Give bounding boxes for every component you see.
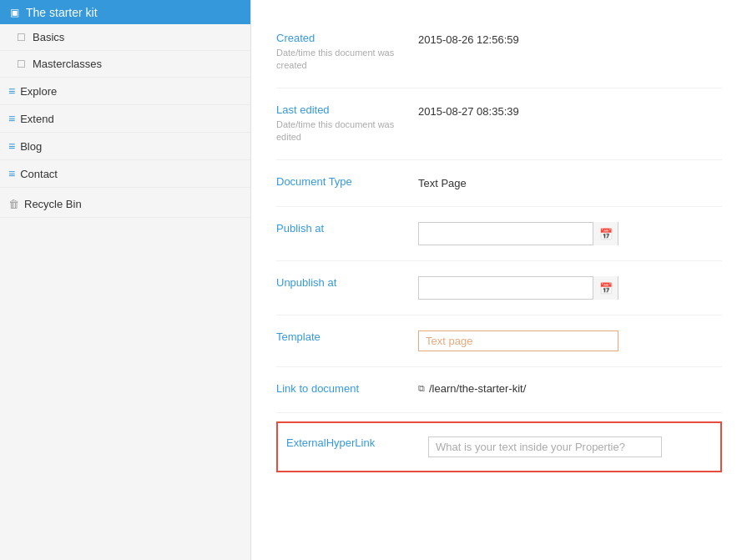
field-value-document-type: Text Page (418, 175, 722, 192)
unpublish-date-input-wrapper[interactable]: 📅 (418, 276, 618, 300)
field-label-external-hyperlink: ExternalHyperLink (286, 436, 428, 449)
sidebar-item-label-masterclasses: Masterclasses (33, 58, 102, 70)
field-value-col-ext (428, 436, 712, 457)
field-row-external-hyperlink: ExternalHyperLink (276, 421, 722, 472)
field-value-last-edited: 2015-08-27 08:35:39 (418, 103, 722, 120)
publish-calendar-button[interactable]: 📅 (593, 222, 618, 245)
section-icon-extend: ≡ (8, 112, 15, 125)
field-row-publish-at: Publish at 📅 (276, 207, 722, 261)
sidebar-item-blog[interactable]: ≡ Blog (0, 133, 250, 160)
sidebar-item-masterclasses[interactable]: ☐ Masterclasses (0, 51, 250, 78)
field-label-col-template: Template (276, 330, 418, 346)
field-label-col-created: Created Date/time this document was crea… (276, 32, 418, 73)
doc-icon-masterclasses: ☐ (17, 58, 26, 70)
publish-date-input-wrapper[interactable]: 📅 (418, 222, 618, 245)
field-desc-last-edited: Date/time this document was edited (276, 119, 418, 144)
sidebar-item-contact[interactable]: ≡ Contact (0, 160, 250, 188)
unpublish-calendar-button[interactable]: 📅 (593, 276, 618, 300)
field-row-unpublish-at: Unpublish at 📅 (276, 261, 722, 315)
field-label-last-edited: Last edited (276, 103, 418, 116)
sidebar-section-label-explore: Explore (20, 85, 57, 98)
recycle-bin-label: Recycle Bin (24, 198, 82, 210)
section-icon-blog: ≡ (8, 139, 15, 153)
link-to-document-text: /learn/the-starter-kit/ (429, 382, 526, 395)
link-to-document-value[interactable]: ⧉ /learn/the-starter-kit/ (418, 382, 722, 395)
field-label-col-link: Link to document (276, 382, 418, 397)
field-row-last-edited: Last edited Date/time this document was … (276, 88, 722, 160)
calendar-icon-unpublish: 📅 (599, 282, 613, 295)
field-value-col-unpublish: 📅 (418, 276, 722, 300)
sidebar-item-basics[interactable]: ☐ Basics (0, 24, 250, 51)
recycle-bin[interactable]: 🗑 Recycle Bin (0, 191, 250, 218)
field-label-created: Created (276, 32, 418, 44)
field-value-created: 2015-08-26 12:56:59 (418, 32, 722, 48)
field-label-link-to-document: Link to document (276, 382, 418, 395)
recycle-bin-icon: 🗑 (8, 198, 19, 210)
sidebar-item-extend[interactable]: ≡ Extend (0, 105, 250, 133)
publish-date-input[interactable] (419, 223, 593, 245)
field-row-link-to-document: Link to document ⧉ /learn/the-starter-ki… (276, 367, 722, 413)
unpublish-date-input[interactable] (419, 277, 593, 299)
field-label-col-doc-type: Document Type (276, 175, 418, 190)
external-hyperlink-input[interactable] (428, 436, 662, 457)
field-label-template: Template (276, 330, 418, 343)
field-label-col-last-edited: Last edited Date/time this document was … (276, 103, 418, 144)
field-value-col-publish: 📅 (418, 222, 722, 245)
section-icon-contact: ≡ (8, 167, 15, 180)
main-content: Created Date/time this document was crea… (251, 0, 747, 560)
field-label-document-type: Document Type (276, 175, 418, 188)
field-value-col-template (418, 330, 722, 351)
calendar-icon-publish: 📅 (599, 228, 613, 240)
sidebar-header-title: The starter kit (26, 6, 98, 19)
doc-icon-basics: ☐ (17, 32, 26, 43)
section-icon-explore: ≡ (8, 84, 15, 98)
field-desc-created: Date/time this document was created (276, 47, 418, 73)
external-link-icon: ⧉ (418, 383, 425, 394)
field-value-col-doc-type: Text Page (418, 175, 722, 192)
field-value-col-link: ⧉ /learn/the-starter-kit/ (418, 382, 722, 395)
field-row-created: Created Date/time this document was crea… (276, 17, 722, 88)
sidebar-item-explore[interactable]: ≡ Explore (0, 78, 250, 105)
field-label-publish-at: Publish at (276, 222, 418, 235)
field-label-unpublish-at: Unpublish at (276, 276, 418, 289)
field-label-col-ext: ExternalHyperLink (286, 436, 428, 449)
field-label-col-unpublish: Unpublish at (276, 276, 418, 291)
sidebar-section-label-extend: Extend (20, 113, 53, 125)
template-input[interactable] (418, 330, 618, 351)
sidebar-item-label-basics: Basics (33, 31, 64, 43)
folder-icon: ▣ (10, 7, 19, 18)
field-row-document-type: Document Type Text Page (276, 160, 722, 208)
sidebar-section-label-contact: Contact (20, 168, 58, 180)
field-label-col-publish: Publish at (276, 222, 418, 237)
sidebar-section-label-blog: Blog (20, 140, 42, 153)
field-row-template: Template (276, 315, 722, 367)
sidebar: ▣ The starter kit ☐ Basics ☐ Masterclass… (0, 0, 251, 560)
sidebar-header[interactable]: ▣ The starter kit (0, 0, 250, 24)
field-value-col-created: 2015-08-26 12:56:59 (418, 32, 722, 48)
field-value-col-last-edited: 2015-08-27 08:35:39 (418, 103, 722, 120)
